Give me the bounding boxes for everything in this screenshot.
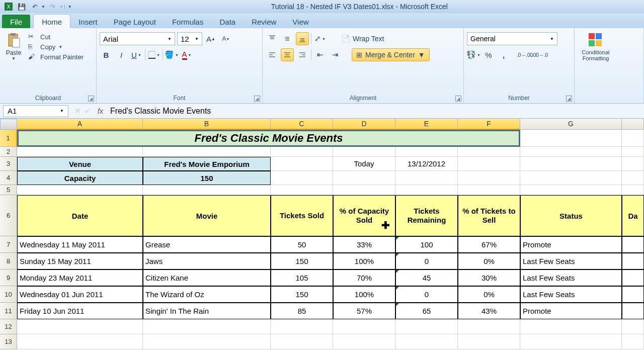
row-header-3[interactable]: 3: [0, 157, 17, 171]
enter-icon[interactable]: ✓: [84, 106, 91, 116]
cell-date[interactable]: Friday 10 Jun 2011: [17, 303, 143, 319]
today-value-cell[interactable]: 13/12/2012: [395, 157, 458, 171]
cell-pct-cap[interactable]: 70%: [333, 269, 395, 286]
row-header-11[interactable]: 11: [0, 303, 17, 319]
paste-button[interactable]: Paste ▼: [3, 30, 24, 61]
cell[interactable]: [622, 147, 644, 157]
cell[interactable]: [17, 147, 143, 157]
undo-drop-icon[interactable]: ▼: [41, 5, 45, 9]
col-header-g[interactable]: G: [520, 119, 622, 130]
cell-date[interactable]: Monday 23 May 2011: [17, 269, 143, 286]
venue-value-cell[interactable]: Fred's Movie Emporium: [143, 157, 271, 171]
cell-movie[interactable]: Jaws: [143, 253, 271, 269]
cell[interactable]: [271, 185, 333, 195]
cell[interactable]: [271, 334, 333, 349]
format-painter-button[interactable]: 🖌Format Painter: [26, 52, 86, 61]
header-pct-cap[interactable]: % of Capacity Sold: [333, 195, 395, 236]
cell-pct-sell[interactable]: 43%: [458, 303, 520, 319]
header-movie[interactable]: Movie: [143, 195, 271, 236]
cell[interactable]: [622, 253, 644, 269]
cell[interactable]: [520, 171, 622, 185]
cell[interactable]: [333, 171, 395, 185]
comma-button[interactable]: ,: [497, 48, 510, 61]
number-launcher-icon[interactable]: ◢: [566, 96, 572, 102]
cell-remain[interactable]: 100: [395, 236, 458, 253]
redo-drop-icon[interactable]: ▼: [59, 5, 63, 9]
cell-status[interactable]: Last Few Seats: [520, 269, 622, 286]
merge-center-button[interactable]: ⊞Merge & Center▼: [352, 48, 430, 61]
font-color-button[interactable]: A▼: [180, 48, 193, 61]
orientation-button[interactable]: ⤢▼: [313, 32, 327, 45]
row-header-12[interactable]: 12: [0, 319, 17, 334]
cell-status[interactable]: Last Few Seats: [520, 286, 622, 303]
cell[interactable]: [271, 171, 333, 185]
italic-button[interactable]: I: [115, 48, 128, 61]
cell-status[interactable]: Promote: [520, 236, 622, 253]
tab-home[interactable]: Home: [33, 14, 70, 28]
tab-review[interactable]: Review: [244, 15, 284, 28]
venue-label-cell[interactable]: Venue: [17, 157, 143, 171]
decrease-decimal-button[interactable]: .00→.0: [533, 48, 546, 61]
cell[interactable]: [271, 319, 333, 334]
cell[interactable]: [271, 147, 333, 157]
alignment-launcher-icon[interactable]: ◢: [455, 96, 461, 102]
cell[interactable]: [622, 269, 644, 286]
cell[interactable]: [395, 185, 458, 195]
tab-page-layout[interactable]: Page Layout: [106, 15, 164, 28]
col-header-d[interactable]: D: [333, 119, 395, 130]
conditional-formatting-button[interactable]: Conditional Formatting: [578, 30, 614, 61]
cell[interactable]: [622, 157, 644, 171]
col-header-a[interactable]: A: [17, 119, 143, 130]
cell[interactable]: [458, 334, 520, 349]
fill-color-button[interactable]: 🪣▼: [165, 48, 178, 61]
bold-button[interactable]: B: [100, 48, 113, 61]
increase-decimal-button[interactable]: .0→.00: [518, 48, 531, 61]
cell[interactable]: [520, 319, 622, 334]
cell-movie[interactable]: Citizen Kane: [143, 269, 271, 286]
col-header-h[interactable]: [622, 119, 644, 130]
formula-input[interactable]: Fred's Classic Movie Events: [107, 106, 644, 117]
cell[interactable]: [333, 147, 395, 157]
cut-button[interactable]: ✂Cut: [26, 32, 86, 41]
header-date[interactable]: Date: [17, 195, 143, 236]
accounting-button[interactable]: 💱▼: [467, 48, 480, 61]
cell-status[interactable]: Last Few Seats: [520, 253, 622, 269]
cell-pct-sell[interactable]: 67%: [458, 236, 520, 253]
cell-remain[interactable]: 65: [395, 303, 458, 319]
cell-movie[interactable]: The Wizard of Oz: [143, 286, 271, 303]
sheet-title-cell[interactable]: Fred's Classic Movie Events: [17, 130, 520, 147]
cell[interactable]: [458, 157, 520, 171]
cell-remain[interactable]: 45: [395, 269, 458, 286]
tab-view[interactable]: View: [284, 15, 316, 28]
today-label-cell[interactable]: Today: [333, 157, 395, 171]
cell[interactable]: [520, 130, 622, 147]
decrease-indent-button[interactable]: ⇤: [313, 48, 327, 61]
cell[interactable]: [395, 334, 458, 349]
cell[interactable]: [271, 157, 333, 171]
cell-date[interactable]: Wednesday 11 May 2011: [17, 236, 143, 253]
cell-pct-sell[interactable]: 0%: [458, 253, 520, 269]
col-header-f[interactable]: F: [458, 119, 520, 130]
grow-font-button[interactable]: A▲: [204, 32, 217, 45]
cell[interactable]: [143, 334, 271, 349]
row-header-7[interactable]: 7: [0, 236, 17, 253]
cell[interactable]: [520, 157, 622, 171]
row-header-5[interactable]: 5: [0, 185, 17, 195]
cell-remain[interactable]: 0: [395, 253, 458, 269]
cell[interactable]: [622, 319, 644, 334]
wrap-text-button[interactable]: 📄Wrap Text: [337, 32, 389, 45]
cell[interactable]: [333, 319, 395, 334]
align-top-button[interactable]: [266, 32, 279, 45]
cell-date[interactable]: Wednesday 01 Jun 2011: [17, 286, 143, 303]
tab-data[interactable]: Data: [211, 15, 244, 28]
cell[interactable]: [622, 303, 644, 319]
select-all-corner[interactable]: [0, 119, 17, 130]
shrink-font-button[interactable]: A▼: [219, 32, 232, 45]
cell[interactable]: [520, 185, 622, 195]
cell[interactable]: [17, 319, 143, 334]
cell-movie[interactable]: Grease: [143, 236, 271, 253]
cell[interactable]: [395, 147, 458, 157]
cell-remain[interactable]: 0: [395, 286, 458, 303]
cell-pct-cap[interactable]: 100%: [333, 286, 395, 303]
cell[interactable]: [622, 286, 644, 303]
